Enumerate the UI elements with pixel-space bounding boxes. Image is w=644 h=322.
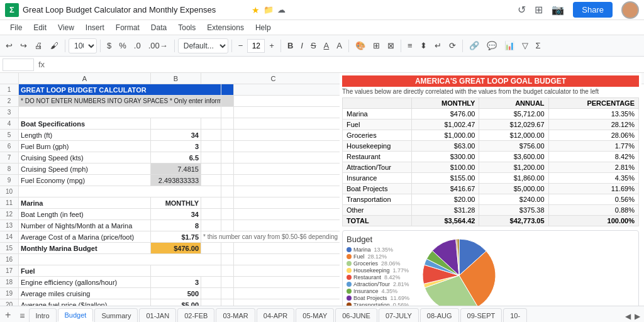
avatar — [621, 1, 639, 19]
percent-button[interactable]: % — [116, 39, 130, 52]
camera-icon[interactable]: 📷 — [552, 4, 564, 16]
strikethrough-button[interactable]: S — [308, 39, 319, 52]
function-button[interactable]: Σ — [533, 39, 544, 52]
sheet-tab-05-may[interactable]: 05-MAY — [296, 308, 334, 322]
sheet-tab-intro[interactable]: Intro — [29, 308, 57, 322]
cell-b18[interactable]: 3 — [151, 277, 201, 288]
cell-a17: Fuel — [19, 265, 151, 277]
redo-button[interactable]: ↪ — [17, 39, 30, 52]
rotate-button[interactable]: ⟳ — [446, 39, 459, 52]
font-select[interactable]: Default... — [178, 38, 228, 53]
sheet-tab-01-jan[interactable]: 01-JAN — [139, 308, 176, 322]
sheet-tab-summary[interactable]: Summary — [94, 308, 138, 322]
cell-b5[interactable]: 34 — [151, 130, 201, 141]
menu-file[interactable]: File — [5, 22, 27, 33]
cell-d12 — [221, 209, 234, 220]
sheet-tab-06-june[interactable]: 06-JUNE — [335, 308, 377, 322]
cell-a5: Length (ft) — [19, 130, 151, 141]
wrap-button[interactable]: ↵ — [431, 39, 445, 52]
sheet-tab-09-sept[interactable]: 09-SEPT — [460, 308, 502, 322]
comment-button[interactable]: 💬 — [484, 39, 500, 52]
star-icon[interactable]: ★ — [252, 5, 260, 15]
underline-button[interactable]: A — [321, 39, 333, 52]
valign-button[interactable]: ⬍ — [417, 39, 430, 52]
font-size-input[interactable] — [247, 39, 265, 53]
halign-button[interactable]: ≡ — [404, 39, 416, 52]
fx-icon: fx — [36, 60, 47, 69]
undo-button[interactable]: ↩ — [3, 39, 16, 52]
menu-format[interactable]: Format — [111, 22, 145, 33]
print-button[interactable]: 🖨 — [31, 39, 46, 52]
cell-d7 — [221, 152, 234, 164]
decimal-button[interactable]: .0 — [131, 39, 144, 52]
sheet-tab-07-july[interactable]: 07-JULY — [379, 308, 419, 322]
sheet-tab-02-feb[interactable]: 02-FEB — [177, 308, 214, 322]
menu-tools[interactable]: Tools — [173, 22, 201, 33]
cell-a9: Fuel Economy (mpg) — [19, 175, 151, 186]
menu-edit[interactable]: Edit — [28, 22, 52, 33]
cell-c14: * this number can vary from $0.50-$6 dep… — [201, 231, 346, 243]
sheet-menu-button[interactable]: ≡ — [17, 309, 27, 322]
menu-insert[interactable]: Insert — [80, 22, 109, 33]
cell-b19[interactable]: 500 — [151, 288, 201, 299]
italic-button[interactable]: I — [297, 39, 306, 52]
paint-format-button[interactable]: 🖌 — [47, 39, 62, 52]
fill-color-button[interactable]: 🎨 — [352, 39, 369, 52]
currency-button[interactable]: $ — [104, 39, 114, 52]
cell-a4: Boat Specifications — [19, 118, 151, 130]
font-decrease-button[interactable]: − — [235, 39, 247, 52]
cell-b7[interactable]: 6.5 — [151, 152, 201, 164]
cell-b13[interactable]: 8 — [151, 220, 201, 231]
corner-cell — [0, 73, 19, 84]
font-increase-button[interactable]: + — [266, 39, 277, 52]
menu-help[interactable]: Help — [250, 22, 276, 33]
cell-reference[interactable]: A1 — [3, 58, 34, 71]
history-icon[interactable]: ↺ — [518, 4, 526, 16]
decimal-increase-button[interactable]: .00→ — [145, 39, 171, 52]
sheet-tab-08-aug[interactable]: 08-AUG — [420, 308, 459, 322]
chart-button[interactable]: 📊 — [501, 39, 518, 52]
cell-c12 — [201, 209, 221, 220]
add-sheet-button[interactable]: + — [3, 308, 13, 322]
bold-button[interactable]: B — [284, 39, 296, 52]
formula-input[interactable]: GREAT LOOP BUDGET CALCULATOR — [49, 60, 641, 69]
budget-title: AMERICA'S GREAT LOOP GOAL BUDGET — [342, 75, 639, 87]
cell-b6[interactable]: 3 — [151, 141, 201, 152]
divider4 — [231, 40, 232, 52]
col-header-a[interactable]: A — [19, 73, 151, 84]
menu-data[interactable]: Data — [146, 22, 172, 33]
cell-a8: Cruising Speed (mph) — [19, 164, 151, 175]
cell-c9 — [201, 175, 221, 186]
col-header-c[interactable]: C — [201, 73, 346, 84]
cell-c6 — [201, 141, 221, 152]
border-button[interactable]: ⊞ — [370, 39, 383, 52]
col-header-b[interactable]: B — [151, 73, 201, 84]
menu-view[interactable]: View — [53, 22, 79, 33]
filter-button[interactable]: ▽ — [519, 39, 531, 52]
text-color-button[interactable]: A — [333, 39, 345, 52]
nav-right-button[interactable]: ▶ — [633, 311, 641, 322]
sheet-tab-03-mar[interactable]: 03-MAR — [216, 308, 255, 322]
menu-extensions[interactable]: Extensions — [202, 22, 249, 33]
link-button[interactable]: 🔗 — [466, 39, 482, 52]
sheet-tab-budget[interactable]: Budget — [58, 308, 94, 322]
divider8 — [462, 40, 463, 52]
zoom-select[interactable]: 100% — [69, 38, 97, 53]
cell-a1[interactable]: GREAT LOOP BUDGET CALCULATOR — [19, 84, 221, 96]
nav-left-button[interactable]: ◀ — [624, 311, 632, 322]
grid-icon[interactable]: ⊞ — [535, 4, 543, 16]
cell-c19 — [201, 288, 221, 299]
cell-b20[interactable]: $5.00 — [151, 299, 201, 306]
legend-item: Groceries28.06% — [347, 260, 409, 267]
sheet-tab-04-apr[interactable]: 04-APR — [257, 308, 295, 322]
cell-d18 — [221, 277, 234, 288]
share-button[interactable]: Share — [573, 2, 613, 18]
merge-button[interactable]: ⊠ — [384, 39, 397, 52]
cell-b14[interactable]: $1.75 — [151, 231, 201, 243]
legend-item: Marina13.35% — [347, 247, 409, 253]
sheet-tab-10-[interactable]: 10- — [503, 308, 527, 322]
top-bar: Σ Great Loop Budget Calculator and Month… — [0, 0, 644, 20]
divider7 — [401, 40, 401, 52]
cell-d11 — [221, 197, 234, 209]
cell-b12[interactable]: 34 — [151, 209, 201, 220]
